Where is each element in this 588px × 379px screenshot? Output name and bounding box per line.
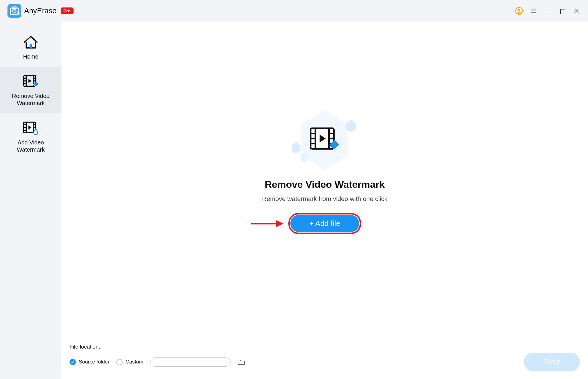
radio-checked-icon: [70, 359, 76, 365]
hero-graphic: [288, 108, 362, 171]
sidebar-item-label: Add Video Watermark: [3, 139, 59, 153]
start-button[interactable]: Start: [524, 353, 580, 371]
video-eraser-large-icon: [309, 127, 341, 153]
home-icon: [23, 34, 39, 50]
video-eraser-icon: [23, 74, 39, 90]
bottom-row: Source folder Custom Start: [70, 353, 580, 371]
sidebar-item-add-watermark[interactable]: Add Video Watermark: [0, 113, 61, 160]
sidebar-item-label: Home: [23, 53, 38, 60]
radio-source-folder[interactable]: Source folder: [70, 359, 109, 365]
app-name: AnyErase: [24, 6, 57, 15]
radio-label: Custom: [126, 359, 143, 365]
svg-point-2: [13, 9, 16, 13]
main: Remove Video Watermark Remove watermark …: [61, 22, 588, 379]
browse-folder-button[interactable]: [238, 359, 245, 365]
annotation-arrow-icon: [250, 218, 285, 229]
radio-custom[interactable]: Custom: [116, 359, 143, 365]
sidebar-item-label: Remove Video Watermark: [3, 92, 59, 107]
hero-subtitle: Remove watermark from video with one cli…: [262, 195, 387, 203]
hero-title: Remove Video Watermark: [265, 179, 385, 190]
custom-path-input[interactable]: [150, 357, 231, 367]
radio-label: Source folder: [79, 359, 109, 365]
sidebar: Home Remove Video W: [0, 22, 61, 379]
sidebar-item-home[interactable]: Home: [0, 27, 61, 67]
app-logo-icon: [7, 4, 21, 18]
body: Home Remove Video W: [0, 22, 588, 379]
video-droplet-icon: [23, 120, 39, 136]
file-location-label: File location:: [70, 344, 580, 350]
hexagon-decor: [291, 142, 301, 154]
hero: Remove Video Watermark Remove watermark …: [61, 10, 588, 332]
add-file-highlight: + Add file: [288, 213, 361, 234]
bottom-bar: File location: Source folder Custom Star: [61, 344, 588, 379]
radio-unchecked-icon: [116, 359, 123, 365]
svg-rect-12: [30, 44, 32, 48]
sidebar-item-remove-watermark[interactable]: Remove Video Watermark: [0, 67, 61, 113]
add-file-button[interactable]: + Add file: [290, 215, 359, 232]
